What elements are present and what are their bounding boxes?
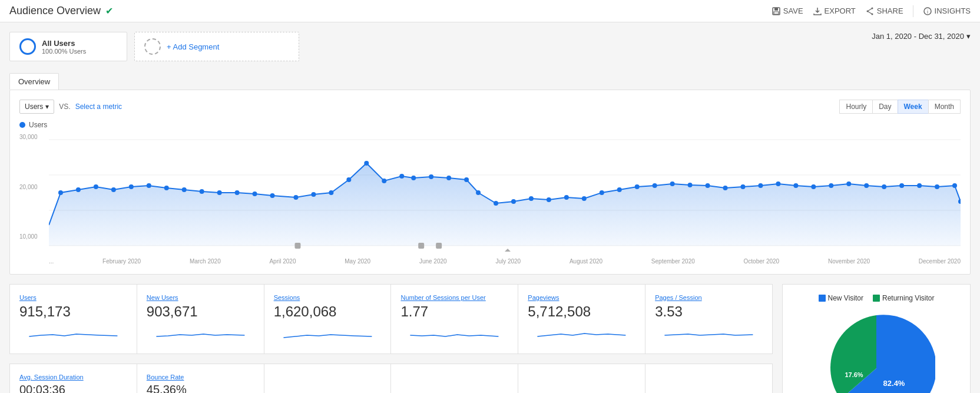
svg-point-23 (217, 190, 222, 195)
vs-label: VS. (59, 103, 70, 111)
chart-wrapper: 30,000 20,000 10,000 (19, 134, 961, 265)
x-label-sep: September 2020 (651, 258, 695, 265)
svg-point-50 (688, 183, 693, 187)
metric-card-sessions: Sessions 1,620,068 (264, 285, 392, 354)
time-btn-hourly[interactable]: Hourly (839, 100, 872, 114)
metric-card-empty3 (518, 364, 645, 393)
header-bar: Audience Overview ✔ SAVE EXPORT SHARE i … (0, 0, 980, 22)
svg-point-20 (164, 186, 169, 190)
date-range-selector[interactable]: Jan 1, 2020 - Dec 31, 2020 ▾ (872, 32, 971, 41)
svg-rect-1 (774, 8, 778, 11)
svg-point-49 (670, 181, 675, 186)
all-users-segment[interactable]: All Users 100.00% Users (9, 32, 127, 61)
svg-point-47 (635, 184, 640, 189)
svg-line-7 (868, 11, 872, 14)
svg-point-31 (364, 161, 369, 166)
insights-icon: i (923, 6, 932, 16)
svg-point-39 (494, 201, 498, 206)
x-label-oct: October 2020 (744, 258, 780, 265)
metric-card-empty2 (391, 364, 518, 393)
add-segment-button[interactable]: + Add Segment (134, 32, 299, 61)
page-title-section: Audience Overview ✔ (9, 5, 113, 17)
x-label-jun: June 2020 (419, 258, 447, 265)
svg-rect-69 (436, 243, 442, 249)
x-label-may: May 2020 (345, 258, 370, 265)
returning-visitor-color-icon (873, 295, 880, 302)
legend-dot-icon (19, 122, 25, 128)
add-segment-label: + Add Segment (167, 42, 219, 51)
export-button[interactable]: EXPORT (813, 6, 856, 16)
metric-card-sessions-per-user: Number of Sessions per User 1.77 (391, 285, 518, 354)
svg-point-34 (411, 176, 416, 180)
metric-value-new-users: 903,671 (147, 303, 254, 320)
sparkline-pageviews (528, 325, 635, 342)
svg-point-29 (329, 190, 333, 195)
metric-card-empty (264, 364, 392, 393)
svg-point-40 (511, 199, 516, 204)
y-label-10k: 10,000 (19, 233, 38, 240)
chart-legend-label: Users (29, 121, 47, 129)
new-visitor-color-icon (819, 295, 826, 302)
metric-label-bounce-rate[interactable]: Bounce Rate (147, 374, 254, 381)
svg-point-21 (182, 187, 187, 192)
svg-point-32 (382, 179, 386, 183)
metric-card-pages-per-session: Pages / Session 3.53 (645, 285, 772, 354)
save-button[interactable]: SAVE (772, 6, 803, 16)
x-label-aug: August 2020 (570, 258, 602, 265)
select-metric-button[interactable]: Select a metric (75, 103, 122, 111)
sparkline-new-users (147, 325, 254, 342)
svg-point-38 (476, 190, 481, 195)
svg-point-52 (723, 186, 728, 190)
svg-point-44 (582, 196, 587, 201)
metric-label-new-users[interactable]: New Users (147, 294, 254, 301)
segments-bar: All Users 100.00% Users + Add Segment (9, 32, 299, 61)
metric-label-pageviews[interactable]: Pageviews (528, 294, 635, 301)
insights-button[interactable]: i INSIGHTS (923, 6, 971, 16)
metric-label-users[interactable]: Users (19, 294, 127, 301)
metric-dropdown-chevron-icon: ▾ (45, 103, 49, 111)
sparkline-sessions (274, 325, 382, 342)
bottom-metrics-grid: Avg. Session Duration 00:03:36 Bounce Ra… (9, 364, 773, 393)
metric-card-bounce-rate: Bounce Rate 45.36% (137, 364, 264, 393)
svg-point-56 (793, 183, 798, 188)
segment-pct: 100.00% Users (42, 48, 86, 55)
time-btn-day[interactable]: Day (872, 100, 897, 114)
export-icon (813, 6, 822, 16)
x-label-0: ... (49, 258, 54, 265)
x-label-mar: March 2020 (190, 258, 221, 265)
metric-value-bounce-rate: 45.36% (147, 383, 254, 393)
metric-label-sessions[interactable]: Sessions (274, 294, 382, 301)
svg-point-14 (58, 190, 63, 195)
save-icon (772, 6, 781, 16)
svg-point-18 (129, 184, 134, 189)
metric-label-avg-session[interactable]: Avg. Session Duration (19, 374, 127, 381)
pie-legend-new-visitor: New Visitor (819, 294, 863, 302)
svg-point-30 (346, 177, 351, 182)
chart-legend: Users (19, 121, 961, 129)
svg-point-33 (399, 174, 404, 179)
x-label-dec: December 2020 (919, 258, 961, 265)
y-label-30k: 30,000 (19, 134, 38, 140)
tab-overview[interactable]: Overview (9, 73, 59, 90)
segment-info: All Users 100.00% Users (42, 39, 86, 55)
time-btn-month[interactable]: Month (928, 100, 961, 114)
metric-value-sessions-per-user: 1.77 (400, 303, 508, 320)
share-button[interactable]: SHARE (865, 6, 903, 16)
pie-legend: New Visitor Returning Visitor (819, 294, 935, 302)
svg-point-45 (600, 190, 604, 195)
main-content: All Users 100.00% Users + Add Segment Ja… (0, 22, 980, 393)
share-icon (865, 6, 875, 16)
segment-circle-icon (19, 38, 36, 55)
metric-label-sessions-per-user[interactable]: Number of Sessions per User (400, 294, 508, 301)
sparkline-pages-per-session (655, 325, 763, 342)
metric-label-pages-per-session[interactable]: Pages / Session (655, 294, 763, 301)
svg-point-57 (811, 184, 816, 189)
metric-value-pages-per-session: 3.53 (655, 303, 763, 320)
svg-point-61 (882, 184, 886, 189)
time-btn-week[interactable]: Week (898, 100, 928, 114)
page-title: Audience Overview (9, 5, 101, 17)
metric-dropdown[interactable]: Users ▾ (19, 100, 54, 114)
x-axis-labels: ... February 2020 March 2020 April 2020 … (49, 256, 961, 265)
segment-name: All Users (42, 39, 86, 48)
date-range-chevron-icon: ▾ (966, 32, 971, 41)
